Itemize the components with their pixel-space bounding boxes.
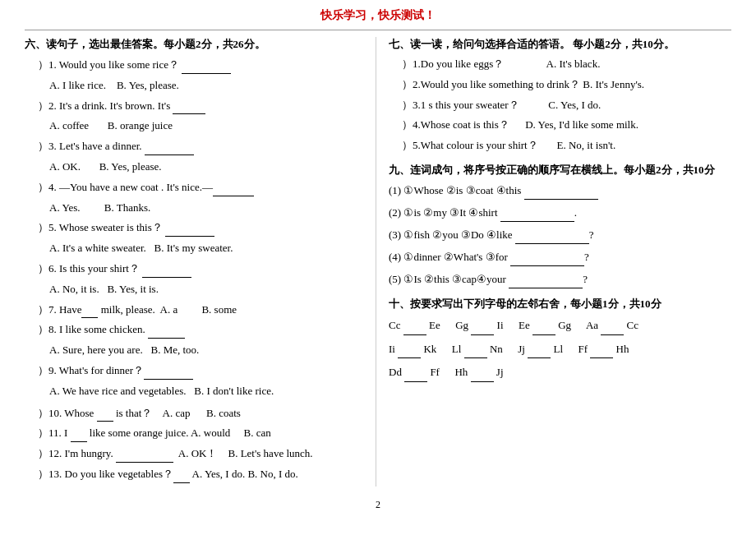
question-5: ）5. Whose sweater is this？ [25,219,367,237]
q5-options: A. It's a white sweater. B. It's my swea… [49,240,367,257]
q9-options: A. We have rice and vegetables. B. I don… [49,383,367,400]
section6-title: 六、读句子，选出最佳答案。每小题2分，共26分。 [25,37,367,52]
q3-options: A. OK. B. Yes, please. [49,159,367,176]
right-column: 七、读一读，给问句选择合适的答语。 每小题2分，共10分。 ）1.Do you … [385,37,731,487]
s9-q5: (5) ①Is ②this ③cap④your ? [389,270,731,288]
main-content: 六、读句子，选出最佳答案。每小题2分，共26分。 ）1. Would you l… [25,37,731,487]
question-3: ）3. Let's have a dinner. [25,138,367,155]
q4-options: A. Yes. B. Thanks. [49,200,367,217]
question-12: ）12. I'm hungry. A. OK！ B. Let's have lu… [25,445,367,463]
section7-title: 七、读一读，给问句选择合适的答语。 每小题2分，共10分。 [389,37,731,52]
left-column: 六、读句子，选出最佳答案。每小题2分，共26分。 ）1. Would you l… [25,37,376,487]
section10-title: 十、按要求写出下列字母的左邻右舍，每小题1分，共10分 [389,297,731,311]
s7-q4: ）4.Whose coat is this？ D. Yes, I'd like … [389,117,731,134]
page-number: 2 [25,499,731,511]
question-8: ）8. I like some chicken. [25,321,367,339]
q1-options: A. I like rice. B. Yes, please. [49,77,367,95]
s7-q2: ）2.Would you like something to drink？ B.… [389,76,731,94]
section9-questions: (1) ①Whose ②is ③coat ④this (2) ①is ②my ③… [389,182,731,288]
q6-options: A. No, it is. B. Yes, it is. [49,281,367,298]
s9-q4: (4) ①dinner ②What's ③for ? [389,248,731,266]
section9-title: 九、连词成句，将序号按正确的顺序写在横线上。每小题2分，共10分 [389,163,731,178]
section10-content: Cc Ee Gg Ii Ee Gg Aa Cc Ii Kk Ll Nn Jj L… [389,316,731,381]
s9-q3: (3) ①fish ②you ③Do ④like ? [389,226,731,244]
question-1: ）1. Would you like some rice？ [25,57,367,74]
letter-row-1: Cc Ee Gg Ii Ee Gg Aa Cc [389,316,731,334]
q2-options: A. coffee B. orange juice [49,118,367,135]
question-10: ）10. Whose is that？ A. cap B. coats [25,405,367,422]
question-9: ）9. What's for dinner？ [25,362,367,380]
s7-q3: ）3.1 s this your sweater？ C. Yes, I do. [389,97,731,114]
q8-options: A. Sure, here you are. B. Me, too. [49,342,367,359]
letter-row-2: Ii Kk Ll Nn Jj Ll Ff Hh [389,339,731,358]
s9-q1: (1) ①Whose ②is ③coat ④this [389,182,731,200]
section7-questions: ）1.Do you like eggs？ A. It's black. ）2.W… [389,56,731,155]
letter-row-3: Dd Ff Hh Jj [389,362,731,381]
header: 快乐学习，快乐测试！ [25,8,731,30]
s9-q2: (2) ①is ②my ③It ④shirt . [389,204,731,222]
question-13: ）13. Do you like vegetables？ A. Yes, I d… [25,466,367,483]
s7-q5: ）5.What colour is your shirt？ E. No, it … [389,137,731,155]
s7-q1: ）1.Do you like eggs？ A. It's black. [389,56,731,73]
question-6: ）6. Is this your shirt？ [25,261,367,278]
question-11: ）11. I like some orange juice. A. would … [25,425,367,442]
question-4: ）4. —You have a new coat . It's nice.— [25,179,367,196]
question-7: ）7. Have milk, please. A. a B. some [25,302,367,319]
question-2: ）2. It's a drink. It's brown. It's [25,98,367,115]
header-title: 快乐学习，快乐测试！ [320,9,436,21]
